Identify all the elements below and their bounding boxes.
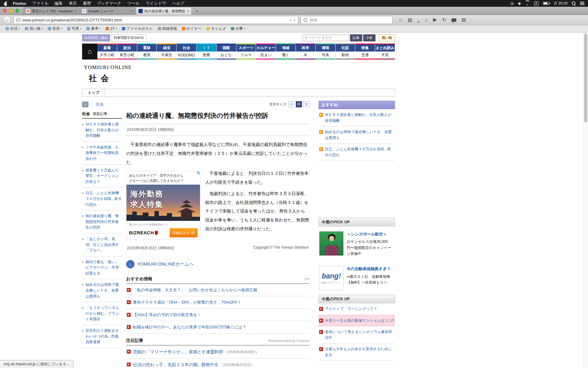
bookmark-folder-27[interactable]: 27▾	[103, 26, 119, 32]
pickup-link[interactable]: ▶企業も大学も人の幸せを実現するためにある	[318, 343, 395, 361]
nav-item-kuruma[interactable]: クルマ	[236, 52, 256, 59]
nav-item-sumai[interactable]: 住まい	[256, 52, 276, 59]
sidebar-article-link[interactable]: ▶ＪＲ中央線快速、人身事故で一時運転見合わせ	[82, 142, 122, 165]
nav-tab-it[interactable]: ＩＴ	[197, 44, 217, 52]
search-komachi-button[interactable]: 小町	[363, 34, 375, 41]
menu-window[interactable]: ウインドウ	[143, 1, 169, 6]
scrollbar[interactable]	[583, 33, 588, 368]
bizreach-ad[interactable]: あなたのキャリア・語学力を生かし グローバルに活躍してみませんか？ 海外勤務 求…	[126, 171, 200, 240]
nav-item-hataraku[interactable]: 働く	[276, 52, 296, 59]
downloads-icon[interactable]: ↓	[417, 18, 420, 22]
nav-item-otona[interactable]: おとな	[217, 52, 236, 59]
sidebar-article-link[interactable]: ▶都内で最も「高い」ビアガーデン、半世紀迎える	[82, 256, 122, 279]
nav-tab-keizai[interactable]: 経済	[157, 44, 177, 52]
bookmark-times[interactable]: タイムズ	[204, 25, 228, 32]
camera-icon[interactable]: ◎	[511, 1, 514, 6]
singapore-ad-title[interactable]: ＜シンガポール航空＞	[347, 231, 394, 238]
nav-item-otekomachi[interactable]: 大手小町	[97, 52, 117, 59]
menu-view[interactable]: 表示	[66, 1, 80, 6]
menu-firefox[interactable]: Firefox	[10, 1, 29, 6]
menu-icon[interactable]	[462, 18, 466, 22]
bookmark-filepost[interactable]: ファイルポスト	[119, 25, 155, 32]
spotlight-icon[interactable]	[572, 2, 576, 6]
search-input[interactable]	[310, 18, 390, 22]
tab-top[interactable]: トップ	[82, 89, 105, 97]
bookmark-star-icon[interactable]: ☆	[398, 17, 402, 22]
nav-tab-chiiki[interactable]: 地域	[276, 44, 296, 52]
tab-yomiuri-active[interactable]: 柏の連続通り魔、無期懲役... ×	[136, 7, 192, 15]
nav-tab-kagaku[interactable]: 科学	[296, 44, 316, 52]
singapore-airlines-ad[interactable]: ＜シンガポール航空＞ ロサンゼルス往復35,000円〜期間限定のキャンペーン実施…	[318, 226, 395, 261]
yomiuri-home-link[interactable]: ⌂ YOMIURI ONLINEホームへ	[126, 260, 309, 268]
nav-item-kyoiku[interactable]: 教育	[137, 52, 157, 59]
insurance-ad-title[interactable]: 今の自動車保険高すぎ？	[347, 266, 394, 272]
apple-menu-icon[interactable]	[4, 1, 8, 6]
bookmark-folder-seikatsu[interactable]: 生活▾	[3, 25, 22, 32]
notification-center-icon[interactable]	[580, 2, 584, 5]
sidebar-article-link[interactable]: ▶捜査費１５万盗んだ警官、オークション詐欺も？	[82, 165, 122, 188]
car-insurance-ad[interactable]: bang! 保険スクエア バン！ 今の自動車保険高すぎ？ ⇒最大２１社 自動車保…	[318, 261, 395, 295]
nav-item-iryo[interactable]: 医療	[197, 52, 217, 59]
nav-tab-culture[interactable]: カルチャー	[256, 44, 276, 52]
bookmark-reuters[interactable]: ロイター	[179, 25, 204, 32]
sponsored-link[interactable]: ▶「私の年金情報、大丈夫？」 お問い合せ先はこちらから〜政府広報	[126, 284, 309, 297]
pickup-link[interactable]: ▶今買うべき人気の新築マンションはココ!!	[318, 315, 395, 327]
nav-tab-kokusai[interactable]: 国際	[217, 44, 236, 52]
close-tab-icon[interactable]: ×	[74, 9, 77, 13]
menu-bookmarks[interactable]: ブックマーク	[94, 1, 125, 6]
pickup-link[interactable]: ▶アクティブ・ラーニングって？	[318, 303, 395, 315]
sidebar-article-link[interactable]: ▶始めるのは簡単で退会難しいＦＢ、放置は悪用も	[82, 279, 122, 302]
menu-edit[interactable]: 編集	[52, 1, 66, 6]
recommended-sidebar-link[interactable]: ▶ＭＥＲＳ感染者と接触か、日本人数人が自宅隔離	[318, 109, 395, 126]
search-bar[interactable]	[301, 16, 393, 24]
nav-tab-shasetsu[interactable]: 社説	[336, 44, 356, 52]
sponsored-link[interactable]: ▶青魚サラサラ成分「DHA・EPA」が衝撃の安さ、75%OFF！	[126, 296, 309, 309]
zoom-window-button[interactable]	[15, 9, 19, 13]
sidebar-article-link[interactable]: ▶「あじさい寺」見頃、日ごと深み増す「ブルー」	[82, 233, 122, 256]
nav-tab-senkyo[interactable]: 選挙	[137, 44, 157, 52]
bookmark-rosen-joho[interactable]: 路線情報	[155, 25, 179, 32]
nav-tab-sports[interactable]: スポーツ	[236, 44, 256, 52]
close-window-button[interactable]	[3, 9, 7, 13]
minimize-window-button[interactable]	[9, 9, 13, 13]
dropbox-icon[interactable]: ◆	[518, 1, 521, 6]
menu-help[interactable]: ヘルプ	[169, 1, 187, 6]
bookmark-folder-sanko[interactable]: 参考▾	[84, 25, 103, 32]
sync-icon[interactable]: ↻	[442, 17, 446, 22]
bookmark-folder-kaimono[interactable]: 買い物▾	[22, 25, 45, 32]
shopping-button[interactable]: 買い物	[379, 34, 395, 41]
input-method-icon[interactable]: A	[534, 1, 539, 6]
ad-cta-button[interactable]: 詳細をみる ▶	[170, 228, 198, 238]
breadcrumb-home-icon[interactable]: ⌂	[82, 102, 89, 107]
nav-item-hatsugenkomachi[interactable]: 発言小町	[117, 52, 137, 59]
new-tab-button[interactable]: +	[192, 7, 202, 15]
menu-file[interactable]: ファイル	[29, 1, 51, 6]
scrollbar-thumb[interactable]	[584, 33, 587, 122]
nav-item-chukosei[interactable]: 中高生	[157, 52, 177, 59]
url-bar[interactable]: ▾ ×	[13, 16, 298, 24]
font-size-large-button[interactable]: 大	[303, 101, 309, 107]
bookmark-folder-ongaku[interactable]: 音楽▾	[45, 25, 65, 32]
bookmarks-sidebar-icon[interactable]: ▤	[408, 17, 412, 22]
menubar-clock[interactable]: 月 20:29	[554, 1, 567, 6]
recommended-sidebar-link[interactable]: ▶始めるのは簡単で退会難しいＦＢ、放置は悪用も	[318, 126, 395, 144]
share-icon[interactable]	[433, 18, 437, 22]
wifi-icon[interactable]	[525, 2, 530, 5]
close-tab-icon[interactable]: ×	[131, 9, 133, 13]
close-tab-icon[interactable]: ×	[187, 9, 189, 13]
nav-tab-shinchaku[interactable]: 新着	[97, 44, 117, 52]
sapix-link[interactable]: 時事問題学習SAPIX	[111, 34, 146, 41]
nav-tab-matome[interactable]: まとめ読み	[375, 44, 395, 52]
menu-history[interactable]: 履歴	[80, 1, 94, 6]
tab-gmail[interactable]: M 受信トレイ (25) - husiginaze... ×	[23, 7, 79, 15]
nav-item-kodomo[interactable]: KODOMO	[177, 52, 197, 59]
subscribe-badge[interactable]: 読売新聞ご購読	[82, 34, 110, 41]
home-icon[interactable]: ⌂	[425, 17, 428, 22]
back-button[interactable]: ←	[3, 16, 11, 24]
tab-google-news[interactable]: G Google ニュース ×	[80, 7, 135, 15]
sponsored-link[interactable]: ▶【ANA】早めの予約で割引航空券を！	[126, 309, 309, 321]
keyword-input[interactable]	[303, 35, 349, 41]
nav-tab-tokushu[interactable]: 特集	[355, 44, 375, 52]
url-dropdown-icon[interactable]: ▾	[290, 18, 291, 22]
recommended-article-link[interactable]: ▶日活の売れっ子、失踪２３年の闇...曽根中生（2015年06月02日）	[126, 358, 309, 368]
